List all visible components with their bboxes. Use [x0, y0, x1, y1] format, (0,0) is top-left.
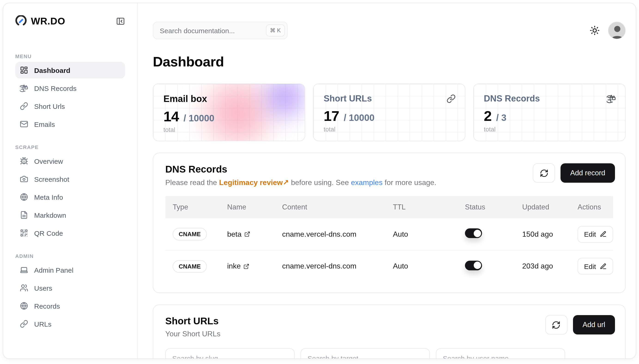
page-title: Dashboard: [153, 54, 625, 70]
column-header-ttl: TTL: [386, 203, 458, 211]
record-name: beta: [227, 230, 241, 238]
mail-icon: [20, 120, 28, 128]
globe-lock-icon: [20, 84, 28, 92]
sidebar-item-dashboard[interactable]: Dashboard: [15, 62, 125, 78]
stat-caption: total: [324, 126, 455, 133]
sidebar-section-label-menu: MENU: [15, 54, 125, 59]
stat-caption: total: [163, 126, 294, 133]
record-name-link[interactable]: inke: [227, 262, 249, 270]
sidebar-item-meta-info[interactable]: Meta Info: [15, 189, 125, 205]
status-toggle[interactable]: [465, 228, 482, 238]
external-link-icon: [244, 231, 250, 237]
record-type-badge: CNAME: [173, 228, 207, 240]
column-header-actions: Actions: [570, 203, 613, 211]
sidebar-item-overview[interactable]: Overview: [15, 153, 125, 169]
edit-button[interactable]: Edit: [578, 258, 613, 274]
sidebar-item-label: Users: [34, 284, 52, 292]
sidebar-item-records[interactable]: Records: [15, 298, 125, 314]
record-name-link[interactable]: beta: [227, 230, 250, 238]
stat-card-title: Short URLs: [324, 94, 455, 104]
record-content: cname.vercel-dns.com: [275, 262, 386, 270]
stat-cards: Email box 14 / 10000 total Short URLs 17…: [153, 84, 625, 141]
refresh-button[interactable]: [545, 315, 567, 334]
edit-button[interactable]: Edit: [578, 226, 613, 242]
record-name: inke: [227, 262, 241, 270]
camera-icon: [20, 175, 28, 183]
sidebar-item-label: Short Urls: [34, 102, 65, 110]
search-by-slug-input[interactable]: [165, 348, 294, 359]
topbar: ⌘ K: [153, 3, 625, 39]
stat-limit: / 3: [496, 112, 506, 123]
add-url-button[interactable]: Add url: [573, 315, 615, 334]
sidebar-item-label: Emails: [34, 120, 55, 128]
sidebar-item-dns-records[interactable]: DNS Records: [15, 80, 125, 96]
toggle-thumb: [473, 230, 481, 237]
sidebar-nav-scrape: Overview Screenshot Meta Info Markdown Q…: [15, 153, 125, 241]
sidebar-item-label: Meta Info: [34, 193, 63, 201]
sidebar-item-label: Markdown: [34, 211, 66, 219]
stat-card-email-box: Email box 14 / 10000 total: [153, 84, 305, 141]
stat-value: 2: [484, 108, 492, 124]
sidebar-item-urls[interactable]: URLs: [15, 316, 125, 332]
add-record-button[interactable]: Add record: [560, 163, 615, 183]
sidebar-item-emails[interactable]: Emails: [15, 116, 125, 132]
main-content: ⌘ K Dashboard Email box: [138, 3, 636, 358]
record-updated: 203d ago: [515, 262, 570, 270]
column-header-content: Content: [275, 203, 386, 211]
user-avatar[interactable]: [608, 22, 625, 39]
dns-table-header: Type Name Content TTL Status Updated Act…: [165, 196, 613, 218]
toggle-thumb: [473, 262, 481, 269]
sidebar: WR.DO MENU Dashboard DNS Records Short U…: [3, 3, 138, 358]
table-row: CNAME beta cname.vercel-dns.com Auto 150…: [165, 218, 613, 250]
sidebar-item-markdown[interactable]: Markdown: [15, 207, 125, 223]
qr-code-icon: [20, 229, 28, 237]
users-icon: [20, 284, 28, 292]
search-by-target-input[interactable]: [300, 348, 430, 359]
external-arrow: ↗: [283, 178, 289, 186]
examples-link[interactable]: examples: [351, 178, 383, 186]
sidebar-item-short-urls[interactable]: Short Urls: [15, 98, 125, 114]
stat-card-dns-records: DNS Records 2 / 3 total: [473, 84, 625, 141]
globe-icon: [20, 193, 28, 201]
stat-limit: / 10000: [184, 113, 214, 124]
stat-caption: total: [484, 126, 615, 133]
stat-card-title: Email box: [163, 94, 294, 104]
table-row: CNAME inke cname.vercel-dns.com Auto 203…: [165, 250, 613, 282]
sidebar-collapse-button[interactable]: [116, 16, 125, 26]
link-icon: [446, 94, 456, 103]
column-header-status: Status: [458, 203, 515, 211]
sidebar-item-label: URLs: [34, 320, 52, 328]
sidebar-item-screenshot[interactable]: Screenshot: [15, 171, 125, 187]
app-name: WR.DO: [31, 16, 65, 26]
theme-toggle-button[interactable]: [590, 25, 600, 36]
record-type-badge: CNAME: [173, 260, 207, 272]
topbar-actions: [590, 22, 625, 39]
refresh-button[interactable]: [533, 163, 555, 183]
sidebar-section-label-scrape: SCRAPE: [15, 144, 125, 150]
stat-limit: / 10000: [344, 112, 375, 123]
link-icon: [20, 102, 28, 110]
link-icon: [20, 320, 28, 328]
sidebar-item-label: QR Code: [34, 229, 63, 237]
search-by-user-name-input[interactable]: [436, 348, 565, 359]
note-text: for more usage.: [383, 178, 436, 186]
legitimacy-review-link[interactable]: Legitimacy review: [219, 178, 283, 186]
globe-lock-icon: [607, 94, 616, 103]
refresh-icon: [539, 168, 548, 178]
edit-label: Edit: [584, 230, 596, 238]
app-window: WR.DO MENU Dashboard DNS Records Short U…: [3, 3, 636, 359]
note-text: Please read the: [165, 178, 219, 186]
sidebar-item-admin-panel[interactable]: Admin Panel: [15, 262, 125, 278]
sidebar-item-users[interactable]: Users: [15, 280, 125, 296]
edit-label: Edit: [584, 262, 596, 270]
stat-value: 14: [163, 108, 179, 125]
sidebar-item-label: Dashboard: [34, 66, 70, 74]
sidebar-item-qr-code[interactable]: QR Code: [15, 225, 125, 241]
pen-icon: [600, 263, 607, 270]
keyboard-shortcut-badge: ⌘ K: [266, 24, 285, 36]
pen-icon: [600, 231, 607, 238]
sidebar-item-label: Records: [34, 302, 60, 310]
sidebar-item-label: Screenshot: [34, 175, 69, 183]
column-header-name: Name: [220, 203, 275, 211]
status-toggle[interactable]: [465, 260, 482, 270]
